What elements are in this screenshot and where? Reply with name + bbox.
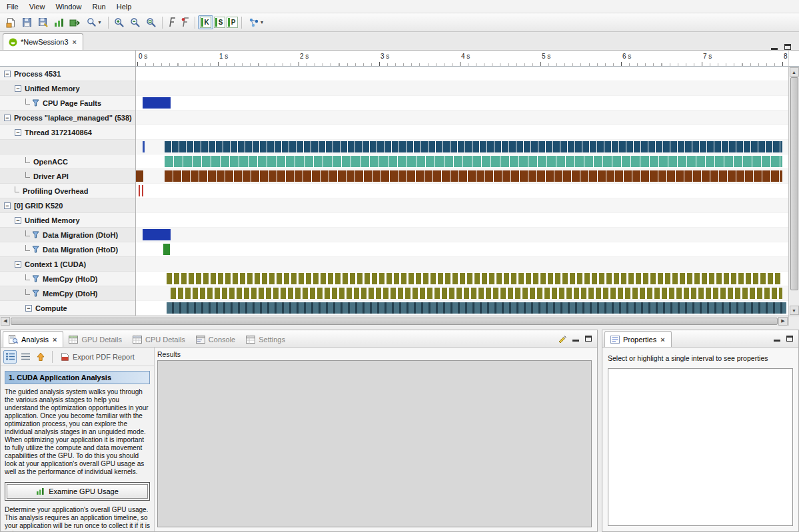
timeline-row-label[interactable]: CPU Page Faults: [0, 96, 135, 111]
timeline-row-label[interactable]: −Context 1 (CUDA): [0, 257, 135, 272]
timeline-interval[interactable]: [136, 170, 143, 182]
minimize-icon[interactable]: [771, 44, 778, 50]
timeline-row-label[interactable]: −[0] GRID K520: [0, 198, 135, 213]
timeline-row-track[interactable]: [136, 228, 788, 242]
filter-icon[interactable]: [32, 275, 39, 282]
timeline-row-label[interactable]: −Process "laplace_managed" (538): [0, 111, 135, 125]
timeline-interval[interactable]: [143, 141, 145, 152]
timeline-row-track[interactable]: [136, 140, 788, 154]
timeline-row-track[interactable]: [136, 96, 788, 111]
close-icon[interactable]: ×: [660, 336, 665, 344]
collapse-icon[interactable]: −: [15, 129, 21, 136]
timeline-row-track[interactable]: [136, 242, 788, 257]
timeline-interval[interactable]: [167, 302, 786, 314]
profile-p-button[interactable]: P: [227, 17, 238, 28]
timeline-row-label[interactable]: Profiling Overhead: [0, 184, 135, 198]
tab-analysis[interactable]: Analysis ×: [3, 331, 63, 347]
guided-analysis-icon[interactable]: [3, 350, 17, 364]
minimize-icon[interactable]: [774, 336, 780, 342]
timeline-row-track[interactable]: [136, 81, 788, 96]
zoom-fit-icon[interactable]: [143, 15, 159, 30]
filter-icon[interactable]: [32, 290, 39, 297]
timeline-interval[interactable]: [165, 141, 782, 152]
results-area[interactable]: [157, 360, 592, 527]
timeline-row-label[interactable]: OpenACC: [0, 154, 135, 169]
vertical-scrollbar[interactable]: ▲ ▼: [788, 67, 799, 316]
save-icon[interactable]: [19, 15, 35, 30]
timeline-row-label[interactable]: MemCpy (DtoH): [0, 286, 135, 301]
timeline-row-label[interactable]: −Thread 3172140864: [0, 125, 135, 140]
tab-settings[interactable]: Settings: [241, 332, 291, 347]
session-tab[interactable]: *NewSession3 ×: [3, 33, 83, 50]
search-dropdown-icon[interactable]: ▾: [83, 15, 105, 30]
tab-cpu-details[interactable]: CPU Details: [127, 332, 191, 347]
timeline-interval[interactable]: [165, 170, 782, 182]
timeline-interval[interactable]: [165, 156, 782, 167]
timeline-row-track[interactable]: [136, 184, 788, 198]
clear-marker-icon[interactable]: [179, 16, 192, 29]
maximize-icon[interactable]: [585, 336, 592, 342]
timeline-ruler[interactable]: 0 s1 s2 s3 s4 s5 s6 s7 s8: [136, 51, 788, 67]
tab-properties[interactable]: Properties ×: [604, 331, 672, 347]
scroll-down-icon[interactable]: ▼: [790, 306, 799, 315]
goto-marker-icon[interactable]: [165, 16, 179, 29]
collapse-icon[interactable]: −: [25, 305, 32, 312]
maximize-icon[interactable]: [786, 336, 793, 342]
timeline-row-label[interactable]: [0, 140, 135, 154]
export-icon[interactable]: [67, 15, 83, 30]
timeline-row-label[interactable]: Driver API: [0, 169, 135, 184]
filter-icon[interactable]: [32, 99, 39, 107]
timeline-row-track[interactable]: [136, 67, 788, 81]
timeline-row-label[interactable]: −Unified Memory: [0, 81, 135, 96]
timeline-row-track[interactable]: [136, 111, 788, 125]
new-session-icon[interactable]: [3, 15, 19, 30]
timeline-canvas[interactable]: [136, 67, 788, 316]
filter-icon[interactable]: [32, 246, 39, 253]
timeline-row-track[interactable]: [136, 257, 788, 272]
minimize-icon[interactable]: [572, 336, 579, 342]
timeline-row-track[interactable]: [136, 198, 788, 213]
vertical-scroll-thumb[interactable]: [790, 77, 798, 290]
timeline-interval[interactable]: [143, 97, 170, 109]
kernel-k-button[interactable]: K: [198, 15, 213, 29]
timeline-row-track[interactable]: [136, 169, 788, 184]
collapse-icon[interactable]: −: [15, 85, 21, 92]
menu-help[interactable]: Help: [111, 1, 137, 12]
timeline-row-label[interactable]: −Compute: [0, 301, 135, 316]
maximize-icon[interactable]: [784, 44, 791, 50]
examine-gpu-usage-button[interactable]: Examine GPU Usage: [7, 484, 148, 499]
scroll-left-icon[interactable]: ◀: [1, 317, 10, 326]
menu-file[interactable]: File: [1, 1, 24, 12]
back-up-icon[interactable]: [34, 350, 47, 364]
view-menu-icon[interactable]: [558, 334, 566, 343]
timeline-row-track[interactable]: [136, 125, 788, 140]
scroll-up-icon[interactable]: ▲: [790, 67, 799, 77]
timeline-row-label[interactable]: −Process 4531: [0, 67, 135, 81]
timeline-row-track[interactable]: [136, 154, 788, 169]
collapse-icon[interactable]: −: [15, 261, 21, 268]
timeline-interval[interactable]: [167, 273, 782, 284]
timeline-interval[interactable]: [142, 185, 144, 196]
timeline-row-label[interactable]: Data Migration (DtoH): [0, 228, 135, 242]
menu-window[interactable]: Window: [50, 1, 87, 12]
menu-run[interactable]: Run: [87, 1, 111, 12]
source-s-button[interactable]: S: [214, 17, 225, 28]
horizontal-scrollbar[interactable]: ◀ ▶: [0, 316, 788, 326]
scroll-right-icon[interactable]: ▶: [778, 317, 788, 326]
collapse-icon[interactable]: −: [4, 202, 11, 209]
zoom-in-icon[interactable]: [111, 15, 127, 30]
menu-view[interactable]: View: [24, 1, 51, 12]
horizontal-scroll-thumb[interactable]: [11, 318, 778, 325]
timeline-row-track[interactable]: [136, 286, 788, 301]
tab-console[interactable]: Console: [191, 332, 241, 347]
filter-icon[interactable]: [32, 231, 39, 238]
timeline-row-track[interactable]: [136, 301, 788, 316]
chart-icon[interactable]: [51, 15, 67, 30]
close-icon[interactable]: ×: [52, 336, 57, 344]
timeline-row-label[interactable]: −Unified Memory: [0, 213, 135, 228]
analysis-dropdown-icon[interactable]: ▾: [245, 15, 267, 30]
timeline-row-label[interactable]: Data Migration (HtoD): [0, 242, 135, 257]
close-icon[interactable]: ×: [72, 38, 77, 46]
timeline-row-track[interactable]: [136, 272, 788, 286]
timeline-interval[interactable]: [143, 229, 170, 240]
